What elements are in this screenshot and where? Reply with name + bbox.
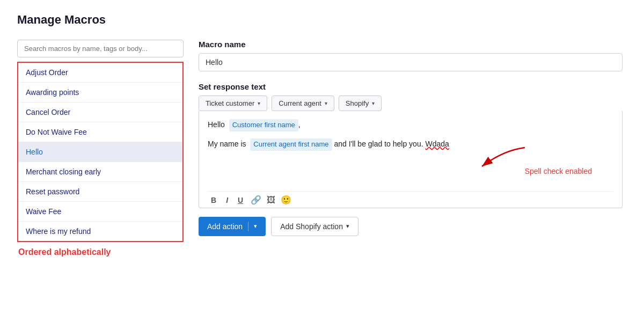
action-buttons: Add action ▾ Add Shopify action ▾	[199, 217, 623, 236]
macro-list-item-merchant-closing-early[interactable]: Merchant closing early	[18, 162, 182, 182]
add-shopify-action-button[interactable]: Add Shopify action ▾	[271, 217, 358, 236]
editor-line-1: Hello Customer first name,	[208, 119, 613, 131]
add-shopify-label: Add Shopify action	[280, 222, 343, 231]
macro-list: Adjust OrderAwarding pointsCancel OrderD…	[18, 63, 182, 241]
macro-list-item-waive-fee[interactable]: Waive Fee	[18, 202, 182, 222]
editor-line-2: My name is Current agent first name and …	[208, 138, 613, 151]
add-action-divider	[248, 222, 248, 231]
emoji-icon[interactable]: 🙂	[281, 195, 291, 205]
macro-list-item-where-is-my-refund[interactable]: Where is my refund	[18, 222, 182, 241]
editor-line1-suffix: ,	[298, 120, 301, 129]
macro-list-wrapper: Adjust OrderAwarding pointsCancel OrderD…	[17, 62, 184, 242]
editor-container: Hello Customer first name, My name is Cu…	[199, 111, 623, 208]
sidebar: Adjust OrderAwarding pointsCancel OrderD…	[17, 40, 184, 257]
add-action-button[interactable]: Add action ▾	[199, 217, 266, 236]
format-toolbar: B I U 🔗 🖼 🙂	[208, 191, 613, 208]
macro-list-item-awarding-points[interactable]: Awarding points	[18, 83, 182, 103]
underline-button[interactable]: U	[236, 195, 245, 206]
ticket-customer-caret: ▾	[258, 100, 260, 106]
shopify-dropdown[interactable]: Shopify ▾	[339, 96, 382, 111]
current-agent-dropdown[interactable]: Current agent ▾	[272, 96, 334, 111]
main-layout: Adjust OrderAwarding pointsCancel OrderD…	[17, 40, 627, 257]
shopify-caret: ▾	[372, 100, 375, 106]
macro-list-item-do-not-waive-fee[interactable]: Do Not Waive Fee	[18, 122, 182, 142]
add-action-caret: ▾	[254, 223, 257, 230]
annotation-area: Spell check enabled	[208, 157, 613, 187]
macro-list-item-adjust-order[interactable]: Adjust Order	[18, 63, 182, 83]
current-agent-caret: ▾	[325, 100, 327, 106]
shopify-label: Shopify	[346, 99, 369, 107]
page-title: Manage Macros	[17, 13, 627, 27]
image-icon[interactable]: 🖼	[267, 195, 275, 205]
macro-list-item-hello[interactable]: Hello	[18, 142, 182, 162]
ticket-customer-label: Ticket customer	[206, 99, 254, 107]
macro-list-item-reset-password[interactable]: Reset password	[18, 182, 182, 202]
italic-button[interactable]: I	[224, 195, 230, 206]
bold-button[interactable]: B	[209, 195, 218, 206]
current-agent-first-name-token[interactable]: Current agent first name	[250, 138, 332, 151]
dropdown-toolbar: Ticket customer ▾ Current agent ▾ Shopif…	[199, 96, 623, 111]
ordered-alphabetically-label: Ordered alphabetically	[17, 247, 184, 257]
macro-name-label: Macro name	[199, 40, 623, 49]
macro-list-item-cancel-order[interactable]: Cancel Order	[18, 103, 182, 122]
editor-line1-hello: Hello	[208, 120, 225, 129]
response-text-label: Set response text	[199, 82, 623, 91]
page-container: Manage Macros Adjust OrderAwarding point…	[0, 0, 644, 322]
current-agent-label: Current agent	[279, 99, 321, 107]
editor-line2-suffix: and I'll be glad to help you.	[334, 140, 423, 148]
link-icon[interactable]: 🔗	[251, 195, 261, 205]
add-action-label: Add action	[207, 222, 243, 231]
right-panel: Macro name Set response text Ticket cust…	[184, 40, 627, 257]
spell-check-label: Spell check enabled	[525, 167, 592, 175]
macro-name-input[interactable]	[199, 53, 623, 71]
ticket-customer-dropdown[interactable]: Ticket customer ▾	[199, 96, 267, 111]
add-shopify-caret: ▾	[346, 223, 349, 230]
response-section: Set response text Ticket customer ▾ Curr…	[199, 82, 623, 208]
editor-line2-prefix: My name is	[208, 140, 246, 148]
customer-first-name-token[interactable]: Customer first name	[229, 119, 298, 131]
search-input[interactable]	[17, 40, 184, 57]
misspelled-word: Wdada	[425, 140, 449, 148]
